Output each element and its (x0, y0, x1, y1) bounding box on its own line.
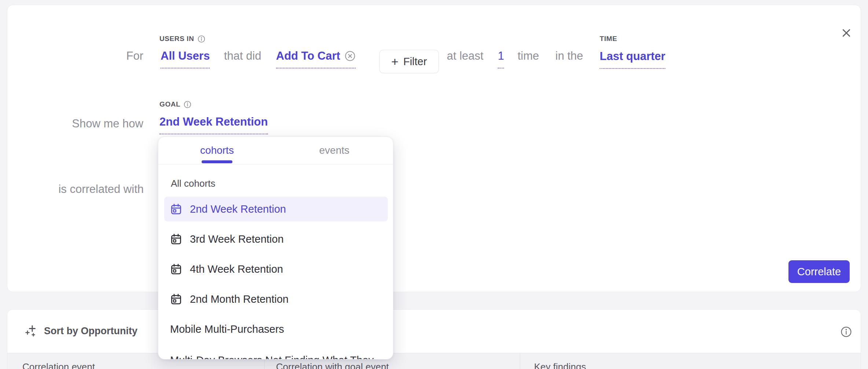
dropdown-tabs: cohorts events (158, 137, 393, 164)
list-item-2nd-week-retention[interactable]: 2nd Week Retention (164, 197, 388, 221)
column-header-correlation-with-goal: Correlation with goal event (276, 361, 389, 369)
users-value[interactable]: All Users (161, 49, 210, 68)
info-icon[interactable] (184, 101, 191, 108)
list-item-3rd-week-retention[interactable]: 3rd Week Retention (164, 227, 388, 251)
tab-events[interactable]: events (276, 137, 393, 164)
sentence-that-did: that did (224, 49, 261, 63)
list-item-multi-day-browsers[interactable]: Multi-Day Browsers Not Finding What They (164, 348, 388, 359)
signal-correlation-screen: USERS IN TIME For All Users that did Add… (0, 0, 868, 369)
calendar-icon (170, 293, 182, 305)
users-in-label: USERS IN (159, 35, 205, 43)
correlate-button[interactable]: Correlate (788, 260, 850, 283)
column-header-key-findings: Key findings (534, 361, 586, 369)
sort-by-opportunity-button[interactable]: Sort by Opportunity (25, 324, 137, 338)
list-item-label: 4th Week Retention (190, 263, 283, 275)
sentence-in-the: in the (555, 49, 583, 63)
list-item-mobile-multi-purchasers[interactable]: Mobile Multi-Purchasers (164, 317, 388, 342)
list-item-label: 3rd Week Retention (190, 233, 284, 245)
goal-value-text: 2nd Week Retention (159, 115, 268, 128)
calendar-icon (170, 263, 182, 275)
sentence-is-correlated-with: is correlated with (52, 183, 144, 196)
time-label-text: TIME (600, 35, 617, 43)
count-value-text: 1 (498, 49, 504, 63)
info-icon[interactable] (839, 324, 853, 339)
users-value-text: All Users (161, 49, 210, 63)
count-value[interactable]: 1 (498, 49, 504, 68)
list-item-label: Mobile Multi-Purchasers (170, 323, 284, 335)
goal-value[interactable]: 2nd Week Retention (159, 115, 268, 134)
goal-picker-dropdown: cohorts events All cohorts 2nd Week Rete… (158, 137, 393, 359)
calendar-icon (170, 203, 182, 215)
sort-by-opportunity-label: Sort by Opportunity (44, 325, 137, 337)
cohorts-section-header: All cohorts (171, 178, 215, 189)
sentence-show-me-how: Show me how (55, 117, 143, 130)
users-in-label-text: USERS IN (159, 35, 194, 43)
plus-icon: + (391, 55, 398, 68)
add-filter-button[interactable]: + Filter (379, 50, 439, 73)
column-header-correlation-event: Correlation event (22, 361, 95, 369)
list-item-label: 2nd Week Retention (190, 203, 286, 215)
time-range-value[interactable]: Last quarter (600, 50, 665, 69)
close-icon[interactable] (838, 25, 855, 41)
results-card: Sort by Opportunity Correlation event Co… (7, 309, 861, 369)
sentence-for: For (74, 49, 143, 63)
query-builder-card: USERS IN TIME For All Users that did Add… (7, 5, 861, 292)
tab-cohorts[interactable]: cohorts (158, 137, 276, 164)
goal-label-text: GOAL (159, 100, 180, 108)
time-label: TIME (600, 35, 617, 43)
sentence-at-least: at least (447, 49, 483, 63)
time-range-value-text: Last quarter (600, 50, 665, 63)
list-item-4th-week-retention[interactable]: 4th Week Retention (164, 257, 388, 282)
goal-label: GOAL (159, 100, 191, 108)
results-table-header: Correlation event Correlation with goal … (7, 353, 861, 369)
filter-button-label: Filter (403, 56, 427, 68)
sparkle-plus-icon (25, 324, 38, 338)
list-item-label: 2nd Month Retention (190, 293, 288, 305)
calendar-icon (170, 233, 182, 245)
list-item-2nd-month-retention[interactable]: 2nd Month Retention (164, 287, 388, 312)
event-value-text: Add To Cart (276, 49, 340, 63)
remove-event-icon[interactable] (345, 51, 356, 61)
info-icon[interactable] (198, 35, 205, 43)
sentence-time: time (518, 49, 539, 63)
event-value[interactable]: Add To Cart (276, 49, 356, 68)
results-header: Sort by Opportunity (7, 310, 861, 353)
column-divider (520, 353, 520, 369)
list-item-label: Multi-Day Browsers Not Finding What They (170, 354, 374, 360)
